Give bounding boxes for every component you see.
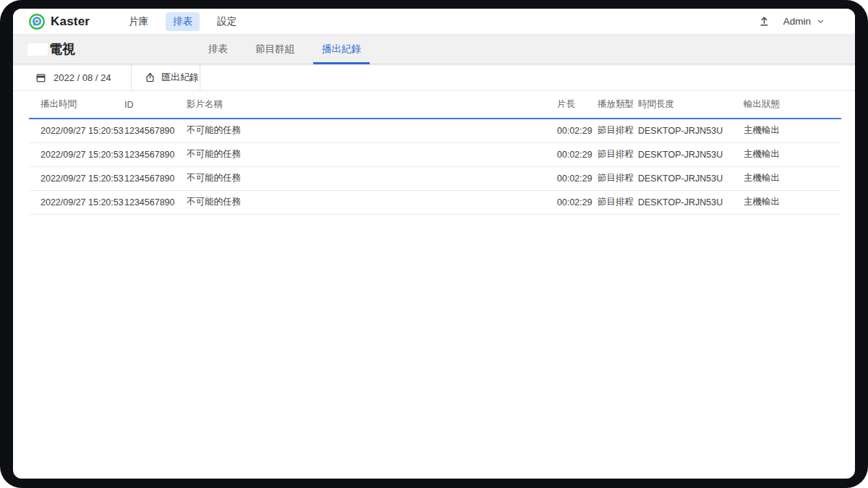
- table-cell: 主機輸出: [744, 166, 841, 190]
- column-header: 時間長度: [638, 91, 744, 119]
- column-header: ID: [124, 91, 187, 119]
- playout-records-table: 播出時間ID影片名稱片長播放類型時間長度輸出狀態 2022/09/27 15:2…: [13, 91, 855, 215]
- chevron-down-icon: [817, 17, 825, 25]
- date-value: 2022 / 08 / 24: [54, 72, 111, 83]
- nav-right: Admin: [758, 15, 825, 27]
- export-records-button[interactable]: 匯出紀錄: [132, 64, 200, 90]
- table-cell: 主機輸出: [744, 190, 841, 214]
- title-bar: 電視 排表節目群組播出紀錄: [13, 35, 855, 64]
- tab-bar: 排表節目群組播出紀錄: [200, 35, 370, 64]
- table-cell: 主機輸出: [744, 119, 841, 142]
- tab-schedule[interactable]: 排表: [200, 35, 237, 64]
- table-cell: 節目排程: [597, 119, 638, 142]
- user-menu[interactable]: Admin: [783, 16, 825, 27]
- table-cell: 00:02:29: [557, 119, 597, 142]
- table-cell: 主機輸出: [744, 142, 841, 166]
- table-row: 2022/09/27 15:20:531234567890不可能的任務00:02…: [29, 142, 841, 166]
- tab-playout-records[interactable]: 播出紀錄: [313, 35, 370, 64]
- table-row: 2022/09/27 15:20:531234567890不可能的任務00:02…: [29, 166, 841, 190]
- table-cell: DESKTOP-JRJN53U: [638, 119, 744, 142]
- page-title: 電視: [49, 40, 75, 58]
- date-picker-button[interactable]: 2022 / 08 / 24: [13, 64, 132, 90]
- table-cell: DESKTOP-JRJN53U: [638, 190, 744, 214]
- table-cell: DESKTOP-JRJN53U: [638, 166, 744, 190]
- tab-program-groups[interactable]: 節目群組: [247, 35, 303, 64]
- table-cell: DESKTOP-JRJN53U: [638, 142, 744, 166]
- nav-item-library[interactable]: 片庫: [122, 12, 156, 31]
- brand-name: Kaster: [51, 14, 90, 29]
- table-cell: 2022/09/27 15:20:53: [29, 190, 124, 214]
- nav-menu: 片庫排表設定: [122, 12, 244, 31]
- table-cell: 節目排程: [597, 166, 638, 190]
- nav-item-settings[interactable]: 設定: [210, 12, 244, 31]
- table-cell: 節目排程: [597, 190, 638, 214]
- table-cell: 節目排程: [597, 142, 638, 166]
- table-row: 2022/09/27 15:20:531234567890不可能的任務00:02…: [29, 190, 841, 214]
- toolbar: 2022 / 08 / 24 匯出紀錄: [13, 64, 855, 91]
- top-nav-bar: Kaster 片庫排表設定 Admin: [13, 9, 855, 35]
- share-export-icon: [145, 72, 156, 83]
- calendar-icon: [35, 72, 46, 83]
- table-cell: 00:02:29: [557, 142, 597, 166]
- table-cell: 不可能的任務: [187, 142, 557, 166]
- table-row: 2022/09/27 15:20:531234567890不可能的任務00:02…: [29, 119, 841, 142]
- table-cell: 不可能的任務: [187, 166, 557, 190]
- table-cell: 1234567890: [124, 119, 187, 142]
- column-header: 播出時間: [29, 91, 124, 119]
- app-window: Kaster 片庫排表設定 Admin: [13, 9, 855, 479]
- redacted-label: [27, 43, 48, 56]
- table-cell: 1234567890: [124, 142, 187, 166]
- table-cell: 不可能的任務: [187, 190, 557, 214]
- column-header: 片長: [557, 91, 597, 119]
- upload-icon[interactable]: [758, 15, 770, 27]
- user-name: Admin: [783, 16, 811, 27]
- table-cell: 不可能的任務: [187, 119, 557, 142]
- table-header-row: 播出時間ID影片名稱片長播放類型時間長度輸出狀態: [29, 91, 841, 119]
- brand: Kaster: [29, 14, 90, 30]
- table-cell: 2022/09/27 15:20:53: [29, 166, 124, 190]
- table-cell: 1234567890: [124, 190, 187, 214]
- table-cell: 1234567890: [124, 166, 187, 190]
- nav-item-schedule[interactable]: 排表: [166, 12, 200, 31]
- column-header: 播放類型: [597, 91, 638, 119]
- kaster-logo-icon: [29, 14, 45, 30]
- device-frame: Kaster 片庫排表設定 Admin: [0, 0, 868, 488]
- column-header: 影片名稱: [187, 91, 557, 119]
- table-cell: 2022/09/27 15:20:53: [29, 142, 124, 166]
- export-label: 匯出紀錄: [161, 71, 199, 84]
- table-cell: 00:02:29: [557, 166, 597, 190]
- table-body: 2022/09/27 15:20:531234567890不可能的任務00:02…: [29, 119, 841, 214]
- table-cell: 2022/09/27 15:20:53: [29, 119, 124, 142]
- table-cell: 00:02:29: [557, 190, 597, 214]
- column-header: 輸出狀態: [744, 91, 841, 119]
